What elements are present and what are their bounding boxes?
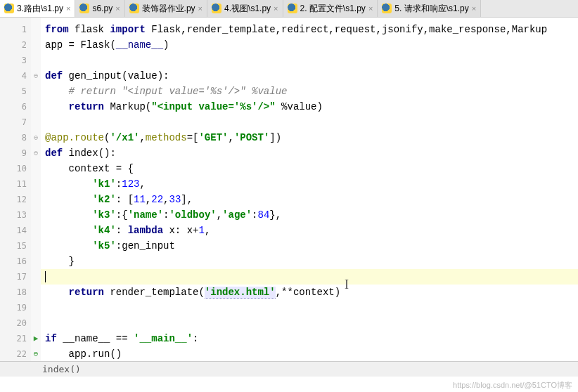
tab-1[interactable]: s6.py× — [75, 0, 124, 17]
line-number: 5 — [0, 84, 31, 99]
python-icon — [212, 4, 221, 13]
editor: 1 2 3 4 5 6 7 8 9 10 11 12 13 14 15 16 1… — [0, 18, 578, 377]
tab-4[interactable]: 2. 配置文件\s1.py× — [283, 0, 378, 17]
line-number: 18 — [0, 285, 31, 300]
line-number: 19 — [0, 300, 31, 315]
tab-3[interactable]: 4.视图\s1.py× — [207, 0, 283, 17]
close-icon[interactable]: × — [115, 4, 120, 13]
tab-label: 5. 请求和响应\s1.py — [394, 3, 468, 15]
line-number: 9 — [0, 145, 31, 161]
line-number: 10 — [0, 161, 31, 176]
tab-label: 装饰器作业.py — [142, 3, 195, 15]
fold-icon[interactable]: ⊖ — [31, 145, 41, 161]
close-icon[interactable]: × — [66, 4, 70, 13]
line-number: 7 — [0, 115, 31, 130]
line-number: 4 — [0, 68, 31, 84]
tab-0[interactable]: 3.路由\s1.py× — [0, 0, 75, 17]
fold-icon[interactable]: ⊖ — [31, 68, 41, 84]
caret — [45, 271, 46, 282]
tab-label: 2. 配置文件\s1.py — [300, 3, 366, 15]
line-number: 14 — [0, 223, 31, 238]
close-icon[interactable]: × — [198, 4, 203, 13]
line-number: 15 — [0, 238, 31, 254]
fold-icon[interactable]: ⊖ — [31, 130, 41, 145]
line-number: 11 — [0, 176, 31, 192]
fold-gutter: ⊖ ⊖ ⊖ ▶ ⊖ — [31, 18, 41, 377]
tab-label: 3.路由\s1.py — [17, 3, 63, 15]
line-number: 16 — [0, 254, 31, 269]
tab-2[interactable]: 装饰器作业.py× — [125, 0, 207, 17]
python-icon — [382, 4, 392, 13]
line-number: 17 — [0, 269, 31, 285]
tab-5[interactable]: 5. 请求和响应\s1.py× — [378, 0, 481, 17]
line-number: 22 — [0, 346, 31, 362]
text-cursor-icon: I — [345, 277, 349, 292]
line-number: 20 — [0, 315, 31, 331]
python-icon — [288, 4, 297, 13]
line-gutter: 1 2 3 4 5 6 7 8 9 10 11 12 13 14 15 16 1… — [0, 18, 31, 377]
run-fold-icon[interactable]: ▶ ⊖ — [31, 331, 41, 346]
python-icon — [129, 4, 139, 13]
line-number: 2 — [0, 37, 31, 53]
line-number: 21 — [0, 331, 31, 346]
close-icon[interactable]: × — [472, 4, 476, 13]
code-area[interactable]: from flask import Flask,render_template,… — [41, 18, 578, 377]
python-icon — [4, 4, 14, 13]
line-number: 12 — [0, 192, 31, 207]
close-icon[interactable]: × — [368, 4, 373, 13]
line-number: 13 — [0, 207, 31, 223]
line-number: 3 — [0, 53, 31, 68]
line-number: 1 — [0, 22, 31, 37]
tab-bar: 3.路由\s1.py× s6.py× 装饰器作业.py× 4.视图\s1.py×… — [0, 0, 578, 18]
tab-label: 4.视图\s1.py — [224, 3, 271, 15]
line-number: 6 — [0, 99, 31, 115]
watermark: https://blog.csdn.net/@51CTO博客 — [453, 380, 572, 391]
close-icon[interactable]: × — [274, 4, 278, 13]
breadcrumb: index() — [42, 364, 81, 374]
python-icon — [79, 4, 89, 13]
line-number: 8 — [0, 130, 31, 145]
status-bar: index() — [0, 361, 578, 377]
tab-label: s6.py — [92, 4, 113, 13]
